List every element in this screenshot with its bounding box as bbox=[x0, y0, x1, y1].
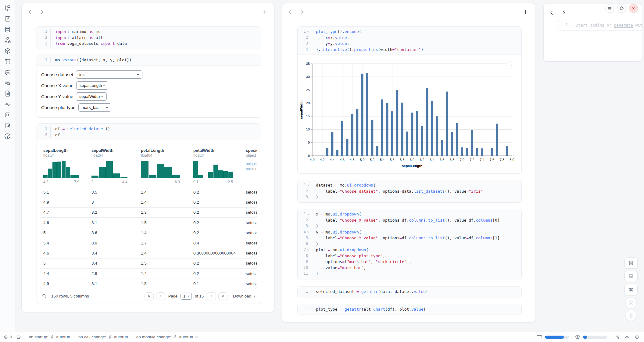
table-cell: 4.6 bbox=[43, 251, 91, 255]
sidebar-item-tracing[interactable] bbox=[4, 100, 12, 108]
column-header-species[interactable]: species bbox=[246, 148, 257, 153]
svg-text:7.8: 7.8 bbox=[500, 158, 504, 162]
column-dtype: float64 bbox=[91, 153, 139, 158]
sidebar-item-logs[interactable] bbox=[4, 79, 12, 87]
code-editor[interactable]: 1selected_dataset = getattr(data, datase… bbox=[298, 287, 521, 297]
code-editor[interactable]: 1plot_type().encode(2 x=x.value,3 y=y.va… bbox=[298, 27, 521, 55]
plot-type-select[interactable]: mark_bar bbox=[78, 103, 111, 112]
on-module-change-setting[interactable]: on module change: autorun bbox=[136, 335, 199, 339]
code-editor[interactable]: 1x = mo.ui.dropdown(2 label="Choose X va… bbox=[298, 209, 521, 279]
connection-status-button[interactable] bbox=[635, 335, 639, 339]
cell-vstack[interactable]: 1mo.vstack([dataset, x, y, plot]) Choose… bbox=[37, 55, 261, 118]
prev-page-button[interactable] bbox=[156, 292, 165, 300]
download-button[interactable]: Download bbox=[233, 294, 256, 298]
code-editor[interactable]: 1import marimo as mo2import altair as al… bbox=[37, 27, 261, 49]
sidebar-item-file-explorer[interactable] bbox=[4, 4, 12, 12]
file-tree-icon bbox=[4, 5, 11, 12]
chat-icon bbox=[4, 69, 11, 76]
next-page-button[interactable] bbox=[207, 292, 216, 300]
line-number: 2 bbox=[298, 188, 311, 194]
cell-selected-dataset[interactable]: 1selected_dataset = getattr(data, datase… bbox=[297, 286, 522, 297]
column-header-sepalLength[interactable]: sepalLength bbox=[43, 148, 90, 153]
column-prev-button[interactable] bbox=[549, 9, 555, 16]
copilot-button[interactable] bbox=[625, 335, 629, 339]
sidebar-item-chat[interactable] bbox=[4, 68, 12, 76]
generate-with-ai-link[interactable]: generate bbox=[614, 23, 633, 27]
fold-toggle-icon[interactable] bbox=[307, 184, 310, 187]
add-cell-button[interactable] bbox=[262, 9, 268, 15]
marimo-app: f 1import marimo as mo2import altair as … bbox=[0, 0, 644, 342]
on-startup-setting[interactable]: on startup: autorun bbox=[29, 335, 70, 339]
ai-assist-button[interactable] bbox=[615, 335, 620, 339]
settings-button[interactable] bbox=[617, 4, 626, 13]
column-header-sepalWidth[interactable]: sepalWidth bbox=[91, 148, 139, 153]
layout-toggle-button[interactable] bbox=[624, 271, 638, 282]
sidebar-item-outline[interactable] bbox=[4, 58, 12, 66]
sidebar-item-snippets[interactable] bbox=[4, 111, 12, 119]
fold-toggle-icon[interactable] bbox=[307, 30, 310, 33]
error-count-badge[interactable]: 0 bbox=[4, 335, 12, 339]
on-cell-change-setting[interactable]: on cell change: autorun bbox=[78, 335, 128, 339]
dataset-select[interactable]: iris bbox=[76, 70, 142, 79]
sidebar-item-help[interactable] bbox=[4, 132, 12, 140]
keyboard-shortcuts-button[interactable] bbox=[624, 284, 638, 295]
cell-xyplot-dropdowns[interactable]: 1x = mo.ui.dropdown(2 label="Choose X va… bbox=[297, 209, 522, 279]
cell-imports[interactable]: 1import marimo as mo2import altair as al… bbox=[37, 26, 261, 49]
code-editor[interactable]: 1dataset = mo.ui.dropdown(2 label="Choos… bbox=[298, 180, 521, 202]
page-label: Page bbox=[168, 294, 177, 298]
svg-text:5.0: 5.0 bbox=[360, 158, 364, 162]
notebook-menu-button[interactable] bbox=[605, 4, 614, 13]
table-search-button[interactable] bbox=[41, 293, 47, 299]
dropdown-controls-output: Choose dataset iris Choose X value sepal… bbox=[37, 65, 261, 117]
sidebar-item-dependencies[interactable] bbox=[4, 36, 12, 44]
save-button[interactable] bbox=[624, 257, 638, 269]
terminal-button[interactable] bbox=[16, 335, 21, 339]
chart-actions-button[interactable] bbox=[506, 61, 514, 69]
notebook-column-left: 1import marimo as mo2import altair as al… bbox=[21, 3, 274, 312]
x-value-select[interactable]: sepalLength bbox=[76, 81, 108, 90]
last-page-button[interactable] bbox=[218, 292, 227, 300]
sidebar-item-documentation[interactable] bbox=[4, 90, 12, 98]
table-cell: 4.9 bbox=[43, 281, 91, 286]
table-cell: 0.2 bbox=[193, 200, 246, 205]
interrupt-button[interactable] bbox=[625, 297, 637, 308]
run-all-button[interactable] bbox=[625, 310, 637, 321]
add-cell-button[interactable] bbox=[522, 9, 529, 15]
code-line: 2df bbox=[37, 132, 261, 138]
column-next-button[interactable] bbox=[299, 9, 306, 15]
cell-plot[interactable]: 1plot_type().encode(2 x=x.value,3 y=y.va… bbox=[297, 26, 522, 174]
code-line: 6) bbox=[298, 241, 521, 247]
cell-dataframe[interactable]: 1df = selected_dataset()2df sepalLengthf… bbox=[37, 123, 261, 304]
column-prev-button[interactable] bbox=[27, 9, 33, 15]
sidebar-item-packages[interactable] bbox=[4, 47, 12, 55]
code-editor[interactable]: 1 Start coding or generate with AI bbox=[557, 20, 642, 30]
cell-new-empty[interactable]: 1 Start coding or generate with AI bbox=[557, 20, 642, 31]
fold-toggle-icon[interactable] bbox=[307, 230, 310, 233]
code-editor[interactable]: 1df = selected_dataset()2df bbox=[37, 124, 261, 140]
column-next-button[interactable] bbox=[560, 9, 567, 16]
fold-toggle-icon[interactable] bbox=[307, 248, 310, 251]
table-cell: 1.3 bbox=[141, 210, 193, 215]
first-page-button[interactable] bbox=[145, 292, 154, 300]
scratchpad-icon bbox=[4, 122, 11, 129]
column-prev-button[interactable] bbox=[287, 9, 294, 15]
bolt-icon bbox=[108, 335, 112, 339]
cell-dataset-dropdown[interactable]: 1dataset = mo.ui.dropdown(2 label="Choos… bbox=[297, 180, 522, 203]
code-editor[interactable]: 1plot_type = getattr(alt.Chart(df), plot… bbox=[298, 304, 521, 315]
sidebar-item-variables[interactable]: f bbox=[4, 15, 12, 23]
column-next-button[interactable] bbox=[38, 9, 45, 15]
document-icon bbox=[4, 90, 11, 97]
cell-plot-type[interactable]: 1plot_type = getattr(alt.Chart(df), plot… bbox=[297, 304, 522, 315]
sidebar-item-datasources[interactable] bbox=[4, 26, 12, 34]
stop-icon bbox=[628, 300, 634, 306]
fold-toggle-icon[interactable] bbox=[307, 213, 310, 216]
altair-bar-chart[interactable]: 4.04.24.44.64.85.05.25.45.65.86.06.26.46… bbox=[299, 55, 521, 174]
column-header-petalLength[interactable]: petalLength bbox=[141, 148, 191, 153]
sidebar-item-scratchpad[interactable] bbox=[4, 122, 12, 130]
page-select[interactable]: 1 bbox=[181, 293, 192, 300]
y-value-select[interactable]: sepalWidth bbox=[76, 92, 107, 101]
code-editor[interactable]: 1mo.vstack([dataset, x, y, plot]) bbox=[37, 55, 261, 65]
shutdown-button[interactable] bbox=[629, 4, 638, 13]
column-header-petalWidth[interactable]: petalWidth bbox=[193, 148, 244, 153]
column-range: 0.12.5 bbox=[193, 180, 233, 184]
